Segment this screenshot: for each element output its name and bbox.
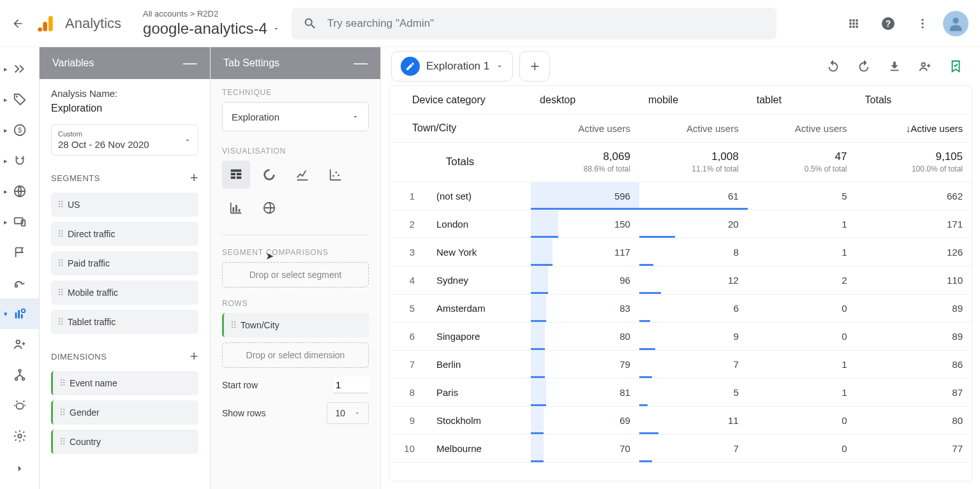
dimension-chip[interactable]: ⠿Gender <box>51 400 198 425</box>
property-selector[interactable]: All accounts > R2D2 google-analytics-4 <box>143 9 280 38</box>
row-index: 1 <box>389 182 427 210</box>
start-row-input[interactable] <box>333 377 369 393</box>
apps-button[interactable] <box>840 10 868 38</box>
analysis-name-value[interactable]: Exploration <box>51 103 198 114</box>
dimension-dropzone[interactable]: Drop or select dimension <box>222 342 369 368</box>
col-totals[interactable]: Totals <box>856 86 972 114</box>
back-button[interactable] <box>5 11 31 36</box>
viz-donut-button[interactable] <box>255 161 283 189</box>
nav-audiences[interactable] <box>0 329 39 360</box>
nav-monetization[interactable]: ▸$ <box>0 115 39 145</box>
row-index: 10 <box>389 434 427 462</box>
row-chip-towncity[interactable]: ⠿Town/City <box>222 313 369 337</box>
col-metric-mobile[interactable]: Active users <box>639 114 748 142</box>
row-city: Sydney <box>427 266 531 294</box>
nav-tag[interactable]: ▸ <box>0 84 39 115</box>
nav-demographics[interactable]: ▸ <box>0 176 39 207</box>
visualisation-label: VISUALISATION <box>222 147 369 156</box>
row-tablet: 1 <box>748 210 856 238</box>
table-row[interactable]: 5Amsterdam836089 <box>389 294 972 322</box>
dimension-chip[interactable]: ⠿Country <box>51 430 198 454</box>
dimension-chip[interactable]: ⠿Event name <box>51 371 198 395</box>
table-row[interactable]: 10Melbourne707077 <box>389 434 972 462</box>
svg-point-2 <box>38 27 42 32</box>
flag-icon <box>13 245 27 259</box>
help-button[interactable]: ? <box>874 10 902 38</box>
nav-explore[interactable]: ▾ <box>0 298 39 329</box>
undo-button[interactable] <box>819 52 847 80</box>
table-row[interactable]: 3New York11781126 <box>389 238 972 266</box>
add-tab-button[interactable]: + <box>519 51 550 82</box>
row-desktop: 96 <box>531 266 639 294</box>
nav-admin[interactable] <box>0 421 39 451</box>
nav-retention[interactable]: ▸ <box>0 145 39 176</box>
row-mobile: 8 <box>639 238 748 266</box>
segment-chip[interactable]: ⠿US <box>51 193 198 217</box>
date-range-selector[interactable]: Custom 28 Oct - 26 Nov 2020 <box>51 124 198 156</box>
viz-scatter-button[interactable] <box>322 161 350 189</box>
more-button[interactable] <box>909 10 937 38</box>
download-icon <box>887 59 902 73</box>
search-input[interactable] <box>327 17 765 30</box>
row-city: (not set) <box>427 182 531 210</box>
row-index: 8 <box>389 378 427 406</box>
show-rows-select[interactable]: 10 <box>327 402 369 424</box>
table-row[interactable]: 7Berlin797186 <box>389 350 972 378</box>
table-row[interactable]: 2London150201171 <box>389 210 972 238</box>
scatter-icon <box>329 168 343 182</box>
nav-user-explorer[interactable] <box>0 360 39 390</box>
technique-select[interactable]: Exploration <box>222 102 369 131</box>
nav-path[interactable]: ▸ <box>0 54 39 84</box>
svg-rect-17 <box>18 310 20 319</box>
dimension-chip-label: Gender <box>70 407 100 418</box>
nav-conversions[interactable] <box>0 268 39 298</box>
segment-chip[interactable]: ⠿Paid traffic <box>51 251 198 275</box>
viz-bar-button[interactable] <box>222 194 250 222</box>
col-metric-desktop[interactable]: Active users <box>531 114 639 142</box>
row-index: 4 <box>389 266 427 294</box>
table-row[interactable]: 8Paris815187 <box>389 378 972 406</box>
svg-rect-1 <box>43 22 47 31</box>
viz-table-button[interactable] <box>222 161 250 189</box>
property-name: google-analytics-4 <box>143 20 267 38</box>
col-towncity: Town/City <box>389 114 531 142</box>
row-tablet: 1 <box>748 238 856 266</box>
share-button[interactable] <box>911 52 939 80</box>
viz-geo-button[interactable] <box>255 194 283 222</box>
add-segment-button[interactable]: + <box>190 170 198 186</box>
save-button[interactable] <box>942 52 970 80</box>
nav-tech[interactable]: ▸ <box>0 207 39 237</box>
nav-events[interactable] <box>0 237 39 268</box>
exploration-canvas: Exploration 1 + Device category <box>381 47 980 489</box>
search-bar[interactable] <box>292 8 776 40</box>
segment-dropzone[interactable]: Drop or select segment <box>222 262 369 288</box>
svg-point-22 <box>15 378 17 381</box>
col-tablet[interactable]: tablet <box>748 86 856 114</box>
nav-debug[interactable] <box>0 390 39 421</box>
globe-icon <box>13 184 27 198</box>
download-button[interactable] <box>880 52 909 80</box>
nav-expand[interactable] <box>0 453 39 484</box>
col-metric-tablet[interactable]: Active users <box>748 114 856 142</box>
table-row[interactable]: 4Sydney96122110 <box>389 266 972 294</box>
col-metric-total[interactable]: ↓Active users <box>856 114 972 142</box>
viz-line-button[interactable] <box>288 161 316 189</box>
segment-chip[interactable]: ⠿Mobile traffic <box>51 281 198 305</box>
col-mobile[interactable]: mobile <box>639 86 748 114</box>
col-desktop[interactable]: desktop <box>531 86 639 114</box>
segment-chip[interactable]: ⠿Direct traffic <box>51 222 198 246</box>
add-dimension-button[interactable]: + <box>190 348 198 365</box>
segment-chip[interactable]: ⠿Tablet traffic <box>51 310 198 334</box>
row-city: Stockholm <box>427 406 531 434</box>
svg-point-20 <box>16 340 20 344</box>
exploration-tab[interactable]: Exploration 1 <box>391 51 513 82</box>
table-row[interactable]: 6Singapore809089 <box>389 322 972 350</box>
account-avatar[interactable] <box>943 11 969 36</box>
table-row[interactable]: 9Stockholm6911080 <box>389 406 972 434</box>
redo-button[interactable] <box>850 52 878 80</box>
row-tablet: 2 <box>748 266 856 294</box>
table-row[interactable]: 1(not set)596615662 <box>389 182 972 210</box>
collapse-tabsettings-button[interactable]: — <box>353 55 368 71</box>
svg-point-34 <box>922 63 926 67</box>
collapse-variables-button[interactable]: — <box>183 55 197 71</box>
